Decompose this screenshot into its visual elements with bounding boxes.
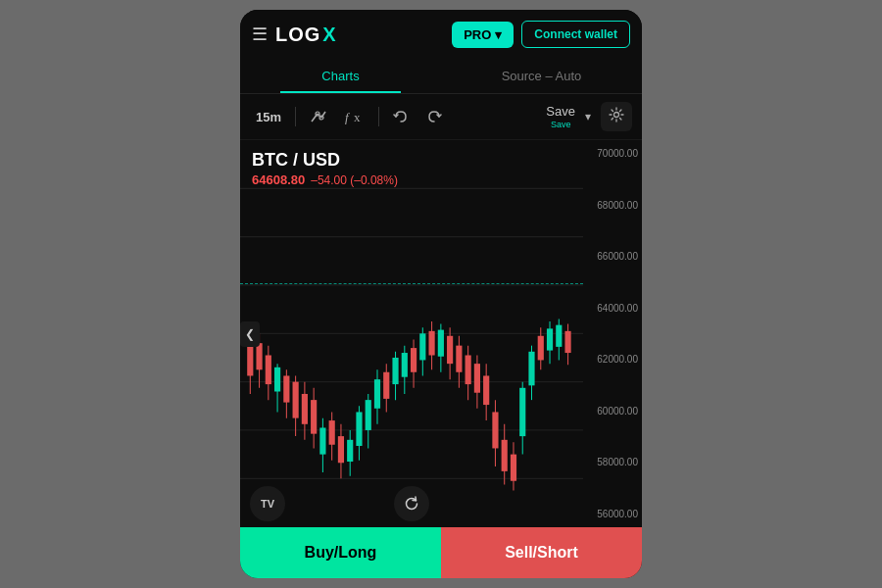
header-left: ☰ LOG X (252, 24, 336, 46)
svg-rect-56 (429, 331, 435, 356)
svg-rect-40 (356, 413, 362, 447)
svg-rect-48 (392, 358, 398, 384)
divider-1 (295, 107, 296, 126)
svg-rect-64 (466, 356, 471, 385)
indicators-button[interactable] (304, 104, 333, 129)
undo-button[interactable] (387, 105, 415, 128)
svg-rect-22 (274, 368, 280, 392)
price-label-7: 56000.00 (587, 509, 638, 519)
tab-source[interactable]: Source – Auto (441, 59, 642, 93)
price-label-2: 66000.00 (587, 251, 638, 262)
svg-rect-74 (511, 455, 516, 481)
candlestick-chart (240, 140, 583, 527)
svg-rect-32 (319, 428, 325, 455)
svg-rect-76 (519, 388, 525, 436)
price-axis: 70000.00 68000.00 66000.00 64000.00 6200… (583, 140, 642, 527)
svg-rect-28 (302, 394, 308, 424)
pro-button[interactable]: PRO ▾ (452, 22, 514, 48)
price-label-1: 68000.00 (587, 200, 638, 211)
logo-x-text: X (322, 24, 335, 46)
phone-container: ☰ LOG X PRO ▾ Connect wallet Charts Sour… (240, 10, 642, 578)
redo-button[interactable] (420, 105, 448, 128)
svg-rect-68 (483, 376, 489, 406)
svg-rect-80 (538, 336, 544, 361)
chart-area: BTC / USD 64608.80 –54.00 (–0.08%) 64608… (240, 140, 642, 527)
refresh-icon (404, 496, 419, 512)
logo-text: LOG (275, 24, 320, 46)
svg-rect-66 (474, 365, 480, 394)
svg-rect-44 (374, 380, 380, 410)
svg-rect-16 (247, 346, 253, 376)
hamburger-icon[interactable]: ☰ (252, 24, 268, 45)
svg-rect-46 (383, 372, 389, 399)
svg-rect-58 (438, 330, 444, 357)
svg-rect-34 (329, 420, 335, 445)
svg-rect-84 (556, 325, 562, 347)
settings-button[interactable] (601, 102, 632, 131)
expand-button[interactable]: ❮ (240, 321, 260, 347)
svg-rect-26 (293, 382, 299, 418)
svg-text:f: f (345, 110, 351, 124)
price-label-6: 58000.00 (587, 457, 638, 467)
timeframe-button[interactable]: 15m (250, 106, 287, 128)
indicators-icon (310, 108, 327, 125)
save-chevron-button[interactable]: ▾ (581, 106, 595, 127)
svg-rect-62 (456, 346, 462, 372)
svg-rect-20 (266, 356, 271, 385)
chevron-down-icon: ▾ (495, 27, 502, 42)
redo-icon (426, 109, 442, 124)
svg-rect-54 (419, 334, 425, 361)
svg-text:x: x (354, 110, 361, 124)
tab-bar: Charts Source – Auto (240, 59, 642, 94)
svg-rect-78 (528, 352, 534, 386)
tab-charts[interactable]: Charts (240, 59, 441, 93)
svg-rect-38 (347, 440, 353, 462)
svg-rect-52 (411, 348, 416, 372)
gear-icon (609, 107, 624, 122)
svg-rect-18 (256, 344, 262, 370)
sell-short-button[interactable]: Sell/Short (441, 527, 642, 578)
save-group: Save Save ▾ (540, 100, 595, 133)
svg-rect-60 (447, 336, 453, 364)
fx-button[interactable]: f x (339, 105, 370, 128)
connect-wallet-button[interactable]: Connect wallet (521, 21, 630, 48)
svg-rect-24 (283, 376, 289, 403)
svg-rect-70 (492, 413, 498, 449)
header: ☰ LOG X PRO ▾ Connect wallet (240, 10, 642, 59)
svg-rect-86 (564, 331, 570, 353)
refresh-button[interactable] (394, 486, 429, 521)
undo-icon (393, 109, 409, 124)
logo: LOG X (275, 24, 336, 46)
svg-rect-50 (402, 353, 408, 377)
price-label-5: 60000.00 (587, 406, 638, 416)
fx-icon: f x (345, 109, 365, 124)
action-buttons: Buy/Long Sell/Short (240, 527, 642, 578)
svg-point-7 (614, 113, 619, 118)
price-label-4: 62000.00 (587, 354, 638, 365)
svg-rect-72 (502, 440, 508, 471)
header-right: PRO ▾ Connect wallet (452, 21, 630, 48)
save-button[interactable]: Save Save (540, 100, 581, 133)
svg-rect-36 (338, 437, 344, 464)
price-label-0: 70000.00 (587, 148, 638, 159)
svg-rect-82 (547, 329, 553, 351)
svg-rect-42 (366, 401, 371, 431)
svg-rect-30 (311, 401, 317, 435)
tradingview-logo: TV (250, 486, 285, 521)
toolbar: 15m f x (240, 94, 642, 140)
divider-2 (378, 107, 379, 126)
price-label-3: 64000.00 (587, 303, 638, 314)
buy-long-button[interactable]: Buy/Long (240, 527, 441, 578)
